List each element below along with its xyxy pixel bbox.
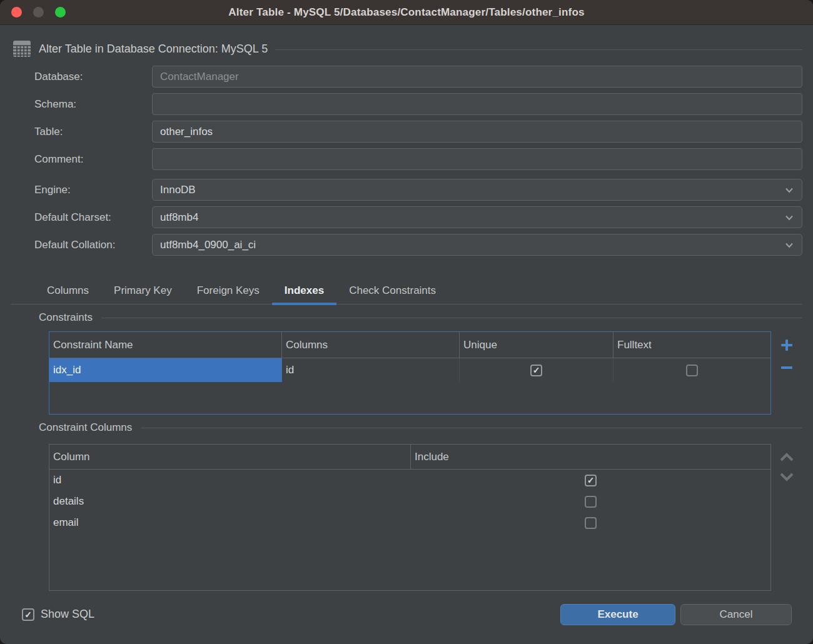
cancel-button[interactable]: Cancel [680,604,792,625]
form-row-database: Database: [11,66,802,88]
table-label: Table: [11,126,152,138]
dialog-content: Alter Table in Database Connection: MySQ… [0,25,813,644]
table-row[interactable]: id ✓ [49,470,770,491]
execute-button[interactable]: Execute [560,604,675,625]
table-name-field[interactable] [152,121,802,143]
constraint-name-cell[interactable]: idx_id [49,358,282,382]
zoom-button[interactable] [55,7,66,18]
table-row[interactable]: email ✓ [49,512,770,533]
comment-field[interactable] [152,148,802,170]
column-name-cell[interactable]: details [49,491,411,512]
form-row-schema: Schema: [11,93,802,115]
col-header-column[interactable]: Column [49,445,411,469]
constraints-toolbar [771,331,802,415]
dialog-footer: ✓ Show SQL Execute Cancel [11,591,802,644]
form-row-charset: Default Charset: utf8mb4 [11,206,802,228]
constraint-columns-header: Column Include [49,445,770,470]
fulltext-cell: ✓ [614,358,770,382]
plus-icon [780,339,793,351]
include-checkbox[interactable]: ✓ [585,496,597,508]
collation-select[interactable]: utf8mb4_0900_ai_ci [152,234,802,256]
move-up-icon [779,453,794,462]
titlebar: Alter Table - MySQL 5/Databases/ContactM… [0,0,813,25]
checkbox-check-icon: ✓ [24,610,32,619]
comment-label: Comment: [11,153,152,166]
constraint-columns-rule [141,428,802,428]
collation-value: utf8mb4_0900_ai_ci [160,239,256,251]
remove-index-button[interactable] [781,366,792,369]
minimize-button[interactable] [33,7,44,18]
constraints-table: Constraint Name Columns Unique Fulltext … [49,331,771,415]
collation-label: Default Collation: [11,239,152,251]
constraints-rule [101,318,802,318]
include-checkbox[interactable]: ✓ [585,475,597,486]
form-row-engine: Engine: InnoDB [11,179,802,201]
col-header-unique[interactable]: Unique [460,332,614,358]
show-sql-label: Show SQL [41,608,94,621]
tab-bar: Columns Primary Key Foreign Keys Indexes… [11,279,802,304]
move-up-button[interactable] [779,453,794,462]
alter-table-dialog: Alter Table - MySQL 5/Databases/ContactM… [0,0,813,644]
form-row-table: Table: [11,121,802,143]
form-row-comment: Comment: [11,148,802,170]
reorder-toolbar [771,444,802,591]
include-checkbox[interactable]: ✓ [585,517,597,529]
include-cell: ✓ [411,512,770,533]
table-row[interactable]: idx_id id ✓ ✓ [49,358,770,382]
group-header-rule [275,49,802,50]
fulltext-checkbox[interactable]: ✓ [686,365,698,376]
form-row-collation: Default Collation: utf8mb4_0900_ai_ci [11,234,802,256]
col-header-constraint-name[interactable]: Constraint Name [49,332,282,358]
table-row[interactable]: details ✓ [49,491,770,512]
add-index-button[interactable] [780,339,793,351]
group-title: Alter Table in Database Connection: MySQ… [39,43,268,56]
checkbox-check-icon: ✓ [587,476,595,485]
engine-value: InnoDB [160,184,196,196]
include-cell: ✓ [411,470,770,491]
constraint-columns-cell[interactable]: id [282,358,460,382]
tab-columns[interactable]: Columns [34,279,101,304]
include-cell: ✓ [411,491,770,512]
table-icon [13,40,31,58]
table-properties-form: Database: Schema: Table: Comment: [11,66,802,261]
tab-primary-key[interactable]: Primary Key [101,279,184,304]
tab-foreign-keys[interactable]: Foreign Keys [184,279,272,304]
col-header-columns[interactable]: Columns [282,332,460,358]
schema-label: Schema: [11,98,152,111]
constraints-table-header: Constraint Name Columns Unique Fulltext [49,332,770,358]
unique-cell: ✓ [460,358,614,382]
column-name-cell[interactable]: email [49,512,411,533]
group-header: Alter Table in Database Connection: MySQ… [13,40,802,58]
window-title: Alter Table - MySQL 5/Databases/ContactM… [228,6,584,19]
col-header-include[interactable]: Include [411,445,770,469]
tab-indexes[interactable]: Indexes [272,279,336,304]
charset-value: utf8mb4 [160,211,198,224]
tab-check-constraints[interactable]: Check Constraints [336,279,448,304]
column-name-cell[interactable]: id [49,470,411,491]
constraints-section-label: Constraints [11,311,802,324]
minus-icon [781,366,792,369]
footer-buttons: Execute Cancel [560,604,792,625]
charset-select[interactable]: utf8mb4 [152,206,802,228]
show-sql-checkbox[interactable]: ✓ [22,608,34,621]
move-down-button[interactable] [779,472,794,481]
database-field[interactable] [152,66,802,88]
move-down-icon [779,472,794,481]
constraint-columns-section-label: Constraint Columns [11,421,802,434]
constraints-table-zone: Constraint Name Columns Unique Fulltext … [49,331,802,415]
col-header-fulltext[interactable]: Fulltext [614,332,770,358]
engine-select[interactable]: InnoDB [152,179,802,201]
engine-label: Engine: [11,184,152,196]
show-sql-toggle[interactable]: ✓ Show SQL [22,608,94,621]
constraint-columns-table-zone: Column Include id ✓ details ✓ [49,444,802,591]
schema-field[interactable] [152,93,802,115]
charset-label: Default Charset: [11,211,152,224]
constraints-label-text: Constraints [39,311,93,324]
traffic-lights [11,0,66,24]
database-label: Database: [11,71,152,83]
constraint-columns-table: Column Include id ✓ details ✓ [49,444,771,591]
unique-checkbox[interactable]: ✓ [530,365,542,376]
close-button[interactable] [11,7,22,18]
checkbox-check-icon: ✓ [533,366,540,375]
constraint-columns-label-text: Constraint Columns [39,421,132,434]
